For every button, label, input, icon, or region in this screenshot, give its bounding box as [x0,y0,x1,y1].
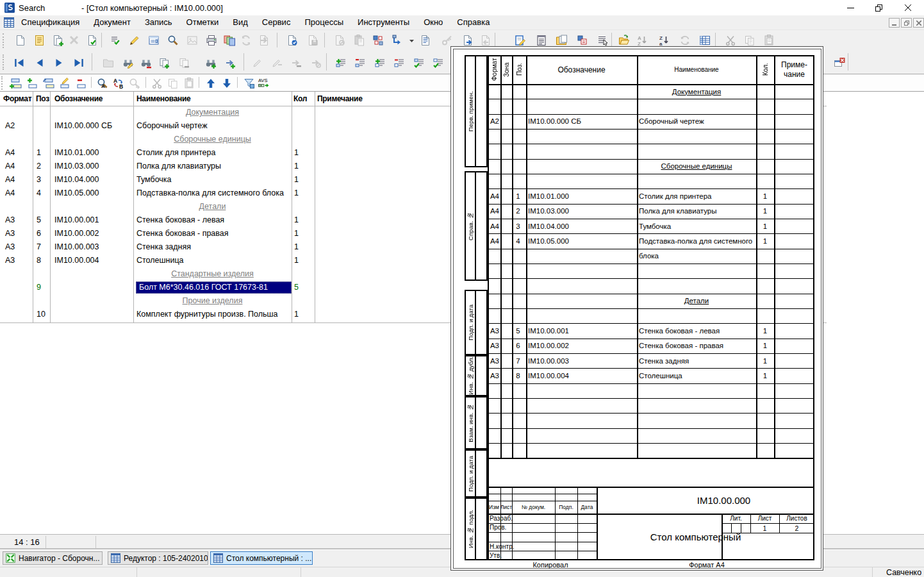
menu-6[interactable]: Сервис [255,15,298,29]
menu-9[interactable]: Окно [417,15,450,29]
list-check-b-icon[interactable] [431,55,447,71]
mdi-minimize-button[interactable] [889,18,900,28]
replace-ab-icon[interactable]: AB [111,76,126,91]
row-copy-icon[interactable] [40,76,56,91]
menu-2[interactable]: Документ [87,15,138,29]
avs-icon[interactable]: AVS [256,76,272,91]
selected-cell[interactable]: Болт М6*30.46.016 ГОСТ 17673-81 [136,281,292,294]
hierarchy-squares-icon[interactable] [370,33,386,48]
pencil-doc-b-icon[interactable] [269,55,285,71]
delete-icon[interactable] [67,33,82,48]
taskbar-button[interactable]: Стол компьютерный : ... [210,551,313,565]
menu-1[interactable]: Спецификация [14,15,87,29]
menu-3[interactable]: Запись [138,15,179,29]
report-document-icon[interactable] [418,33,433,48]
restore-button[interactable] [869,0,888,15]
document-arrow-icon[interactable] [256,33,272,48]
row-insert-icon[interactable] [8,76,23,91]
paste-clipboard2-icon[interactable] [181,76,197,91]
dropdown-caret-icon[interactable] [404,33,419,48]
pencil-doc-a-icon[interactable] [250,55,265,71]
spec-col-header[interactable]: Наименование [136,94,190,103]
spec-col-header[interactable]: Формат [3,94,31,103]
image-preview-icon[interactable] [185,33,200,48]
minimize-button[interactable] [841,0,860,15]
mdi-close-button[interactable] [913,18,924,28]
specification-grid-icon[interactable] [4,17,14,29]
row-delete-icon[interactable] [72,76,88,91]
list-add-cell-icon[interactable] [373,55,388,71]
list-check-icon[interactable] [108,33,123,48]
copy-pages2-icon[interactable] [165,76,181,91]
document-deny-icon[interactable] [332,33,347,48]
menu-7[interactable]: Процессы [297,15,351,29]
spec-item-row[interactable]: А42IM10.03.000Полка для клавиатуры1 [0,160,450,173]
edit-pencil-icon[interactable] [127,33,142,48]
spec-section-row[interactable]: Детали [0,200,450,213]
find-minus-binoculars-icon[interactable] [138,55,154,71]
spec-item-row[interactable]: А37IM10.00.003Стенка задняя1 [0,240,450,254]
document-paste-icon[interactable] [351,33,367,48]
spec-item-row[interactable]: А2IM10.00.000 СБСборочный чертеж [0,119,450,133]
nav-last-icon[interactable] [71,55,87,71]
cut-scissors2-icon[interactable] [149,76,165,91]
list-add-icon[interactable] [334,55,349,71]
document-check-icon[interactable] [85,33,100,48]
menu-8[interactable]: Инструменты [351,15,417,29]
spec-item-row[interactable]: 10Комплект фурнитуры произв. Польша1 [0,308,450,321]
refresh-document-icon[interactable] [238,33,254,48]
move-up-icon[interactable] [203,76,219,91]
document-approve-icon[interactable] [285,33,300,48]
spec-item-row[interactable]: А41IM10.01.000Столик для принтера1 [0,146,450,160]
taskbar-button[interactable]: Редуктор : 105-2402010 [108,551,208,565]
spec-item-row[interactable]: А44IM10.05.000Подставка-полка для систем… [0,187,450,200]
find-next-icon[interactable] [127,76,142,91]
nav-first-icon[interactable] [12,55,27,71]
spec-section-row[interactable]: Документация [0,106,450,119]
taskbar-button[interactable]: Навигатор - Сборочн... [3,551,103,565]
spec-col-header[interactable]: Обозначение [54,94,103,103]
nav-next-icon[interactable] [51,55,67,71]
spec-col-header[interactable]: Кол [293,94,307,103]
preview-window[interactable]: Перв. примен.Справ. №Подп. и датаИнв. № … [450,46,823,571]
form-properties-icon[interactable] [146,33,161,48]
new-document-icon[interactable] [13,33,28,48]
find-plus-binoculars-icon[interactable] [203,55,219,71]
arrow-plus-icon[interactable] [222,55,238,71]
close-window-icon[interactable] [832,55,847,71]
find-position-icon[interactable]: A [95,76,110,91]
spec-item-row[interactable]: 9Болт М6*30.46.016 ГОСТ 17673-815 [0,281,450,294]
arrow-deny-icon[interactable] [308,55,324,71]
spec-item-row[interactable]: А35IM10.00.001Стенка боковая - левая1 [0,213,450,227]
row-add-icon[interactable] [24,76,39,91]
row-edit-icon[interactable] [56,76,72,91]
print-icon[interactable] [204,33,219,48]
move-down-icon[interactable] [219,76,235,91]
close-button[interactable] [898,0,918,15]
spec-section-row[interactable]: Сборочные единицы [0,133,450,146]
menu-5[interactable]: Вид [226,15,255,29]
spec-item-row[interactable]: А36IM10.00.002Стенка боковая - правая1 [0,227,450,240]
spec-col-header[interactable]: Примечание [317,94,363,103]
spec-section-row[interactable]: Прочие изделия [0,294,450,308]
copy-document-icon[interactable] [50,33,65,48]
arrow-minus-icon[interactable] [288,55,304,71]
print-pages-icon[interactable] [222,33,237,48]
nav-prev-icon[interactable] [32,55,47,71]
menu-4[interactable]: Отметки [179,15,226,29]
search-magnifier-icon[interactable] [165,33,181,48]
open-document-icon[interactable] [32,33,47,48]
mdi-restore-button[interactable] [901,18,912,28]
copy-plus-icon[interactable] [156,55,172,71]
branch-arrow-icon[interactable] [390,33,405,48]
list-check-a-icon[interactable] [412,55,427,71]
find-edit-binoculars-icon[interactable] [120,55,136,71]
folder-closed-icon[interactable] [101,55,116,71]
spec-section-row[interactable]: Стандартные изделия [0,267,450,281]
copy-minus-icon[interactable] [176,55,192,71]
filter-icon[interactable] [242,76,257,91]
spec-item-row[interactable]: А43IM10.04.000Тумбочка1 [0,173,450,187]
list-remove-cell-icon[interactable] [392,55,408,71]
spec-item-row[interactable]: А38IM10.00.004Столешница1 [0,254,450,267]
spec-col-header[interactable]: Поз [36,94,49,103]
